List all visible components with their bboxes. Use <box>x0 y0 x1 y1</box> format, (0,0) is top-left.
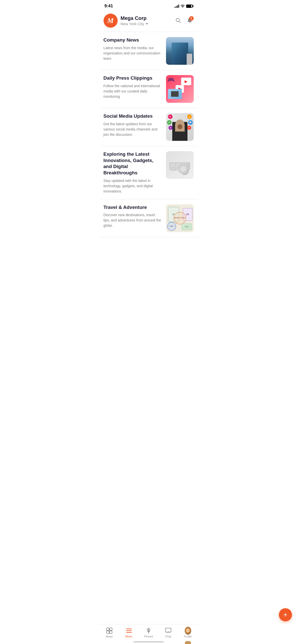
news-item-text: Daily Press Clippings Follow the nationa… <box>104 75 166 99</box>
media-image: ▶ <box>166 75 194 103</box>
status-bar: 9:41 <box>100 0 198 11</box>
wifi-icon <box>181 5 185 8</box>
news-list: Company News Latest news from the media,… <box>100 32 198 237</box>
list-item[interactable]: Travel & Adventure Discover new destinat… <box>100 199 198 237</box>
logo-letter: M <box>107 17 114 25</box>
social-image: ♥ ▲ ✉ 💬 ★ ♥ <box>166 113 194 141</box>
status-time: 9:41 <box>105 4 113 9</box>
status-icons <box>175 4 193 8</box>
header-actions: 2 <box>174 16 194 25</box>
notification-badge: 2 <box>189 16 194 21</box>
location-text: New York City <box>121 22 144 26</box>
search-icon <box>175 17 181 23</box>
news-item-description: Latest news from the media, our organisa… <box>104 45 162 61</box>
svg-point-0 <box>182 7 183 8</box>
news-item-description: Discover new destinations, travel tips, … <box>104 212 162 228</box>
list-item[interactable]: Company News Latest news from the media,… <box>100 32 198 70</box>
header-text: Mega Corp New York City <box>121 15 174 26</box>
news-item-description: Stay updated with the latest in technolo… <box>104 178 162 194</box>
signal-icon <box>175 4 179 8</box>
list-item[interactable]: Daily Press Clippings Follow the nationa… <box>100 70 198 108</box>
news-item-text: Travel & Adventure Discover new destinat… <box>104 204 166 229</box>
travel-image: IT FR NEW YORK USA VISA <box>166 204 194 232</box>
news-item-text: Exploring the Latest Innovations, Gadget… <box>104 151 166 194</box>
news-item-title: Social Media Updates <box>104 113 162 119</box>
company-name: Mega Corp <box>121 15 174 21</box>
news-item-image: IT FR NEW YORK USA VISA <box>166 204 194 232</box>
search-button[interactable] <box>174 16 182 25</box>
building-image <box>166 37 194 65</box>
news-item-title: Exploring the Latest Innovations, Gadget… <box>104 151 162 176</box>
list-item[interactable]: Social Media Updates Get the latest upda… <box>100 108 198 146</box>
news-item-image <box>166 151 194 179</box>
news-item-image: ♥ ▲ ✉ 💬 ★ ♥ <box>166 113 194 141</box>
location-row[interactable]: New York City <box>121 22 174 26</box>
tech-image <box>166 151 194 179</box>
company-logo[interactable]: M <box>104 14 118 28</box>
news-item-image <box>166 37 194 65</box>
notification-button[interactable]: 2 <box>186 16 194 25</box>
news-item-text: Company News Latest news from the media,… <box>104 37 166 61</box>
news-item-text: Social Media Updates Get the latest upda… <box>104 113 166 137</box>
battery-icon <box>186 5 193 8</box>
news-item-title: Company News <box>104 37 162 43</box>
news-item-description: Follow the national and international me… <box>104 83 162 99</box>
news-item-title: Travel & Adventure <box>104 204 162 211</box>
news-item-title: Daily Press Clippings <box>104 75 162 81</box>
header: M Mega Corp New York City 2 <box>100 11 198 32</box>
chevron-down-icon <box>146 23 148 25</box>
news-item-image: ▶ <box>166 75 194 103</box>
list-item[interactable]: Exploring the Latest Innovations, Gadget… <box>100 146 198 199</box>
main-content: Company News Latest news from the media,… <box>100 32 198 260</box>
news-item-description: Get the latest updates from our various … <box>104 121 162 137</box>
